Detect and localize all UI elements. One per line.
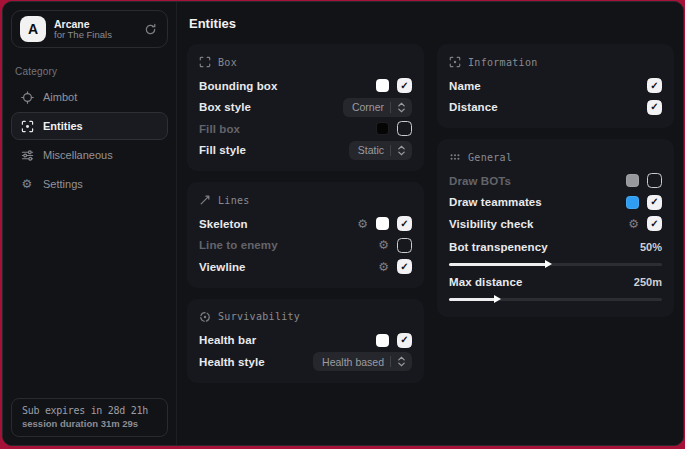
app-window: A Arcane for The Finals Category <box>2 1 684 446</box>
sidebar-item-aimbot[interactable]: Aimbot <box>11 83 168 111</box>
line-to-enemy-settings-gear-icon[interactable]: ⚙ <box>378 239 389 251</box>
bounding-box-checkbox[interactable] <box>397 78 412 93</box>
panel-title: Survivability <box>218 311 300 322</box>
main-content: Entities Box Bounding box <box>177 2 683 445</box>
panel-survivability-header: Survivability <box>199 309 412 323</box>
app-name: Arcane <box>54 18 136 30</box>
health-bar-checkbox[interactable] <box>397 333 412 348</box>
sidebar-nav: Aimbot Entities <box>3 83 176 198</box>
color-swatch[interactable] <box>626 174 639 187</box>
chevron-updown-icon <box>397 102 406 113</box>
sliders-icon <box>20 149 34 162</box>
dropdown-divider <box>390 102 391 113</box>
viewline-checkbox[interactable] <box>397 259 412 274</box>
sidebar-item-entities[interactable]: Entities <box>11 112 168 140</box>
row-label: Distance <box>449 101 647 113</box>
row-label: Line to enemy <box>199 239 378 251</box>
sidebar-item-label: Settings <box>43 178 83 190</box>
viewline-settings-gear-icon[interactable]: ⚙ <box>378 261 389 273</box>
row-label: Max distance <box>449 276 634 288</box>
panel-title: Lines <box>218 195 250 206</box>
row-visibility-check: Visibility check ⚙ <box>449 213 662 235</box>
dropdown-divider <box>390 356 391 367</box>
session-duration: session duration 31m 29s <box>22 418 157 429</box>
scan-dot-icon <box>449 56 461 68</box>
panel-general: General Draw BOTs Draw teammates <box>437 139 674 317</box>
dropdown-divider <box>390 145 391 156</box>
color-swatch[interactable] <box>376 217 389 230</box>
grid-dots-icon <box>449 151 461 163</box>
row-name: Name <box>449 75 662 97</box>
slider-thumb[interactable] <box>545 260 552 268</box>
sidebar-item-label: Miscellaneous <box>43 149 113 161</box>
page-title: Entities <box>187 16 683 31</box>
subscription-expiry: Sub expires in 28d 21h <box>22 405 157 416</box>
skeleton-checkbox[interactable] <box>397 216 412 231</box>
bot-transparency-slider[interactable] <box>449 263 662 266</box>
draw-teammates-checkbox[interactable] <box>647 195 662 210</box>
dropdown-value: Corner <box>352 101 384 113</box>
row-label: Visibility check <box>449 218 628 230</box>
name-checkbox[interactable] <box>647 78 662 93</box>
row-label: Name <box>449 80 647 92</box>
entities-scan-icon <box>20 120 34 133</box>
color-swatch[interactable] <box>376 334 389 347</box>
sync-icon[interactable] <box>144 23 159 36</box>
skeleton-settings-gear-icon[interactable]: ⚙ <box>357 218 368 230</box>
slider-thumb[interactable] <box>494 295 501 303</box>
fill-box-checkbox[interactable] <box>397 121 412 136</box>
fill-style-dropdown[interactable]: Static <box>349 141 412 160</box>
row-fill-style: Fill style Static <box>199 140 412 162</box>
row-health-bar: Health bar <box>199 330 412 352</box>
row-label: Bot transpenency <box>449 241 640 253</box>
max-distance-slider[interactable] <box>449 298 662 301</box>
app-logo: A <box>20 16 46 42</box>
subscription-card: Sub expires in 28d 21h session duration … <box>11 398 168 437</box>
sidebar-spacer <box>3 198 176 390</box>
dropdown-value: Static <box>358 144 384 156</box>
sidebar-item-settings[interactable]: ⚙ Settings <box>11 170 168 198</box>
panel-survivability: Survivability Health bar Health style He… <box>187 299 424 383</box>
row-label: Fill style <box>199 144 349 156</box>
sidebar: A Arcane for The Finals Category <box>3 2 177 445</box>
visibility-settings-gear-icon[interactable]: ⚙ <box>628 218 639 230</box>
diagonal-line-icon <box>199 194 211 206</box>
sidebar-item-label: Aimbot <box>43 91 77 103</box>
chevron-updown-icon <box>397 356 406 367</box>
right-column: Information Name Distance <box>437 44 674 317</box>
bot-transparency-value: 50% <box>640 241 662 253</box>
sidebar-item-label: Entities <box>43 120 83 132</box>
row-draw-teammates: Draw teammates <box>449 192 662 214</box>
distance-checkbox[interactable] <box>647 100 662 115</box>
row-label: Viewline <box>199 261 378 273</box>
row-label: Bounding box <box>199 80 376 92</box>
app-subtitle: for The Finals <box>54 30 136 41</box>
crosshair-icon <box>20 91 34 104</box>
panel-title: Information <box>468 57 538 68</box>
health-style-dropdown[interactable]: Health based <box>313 352 412 371</box>
row-health-style: Health style Health based <box>199 351 412 373</box>
draw-bots-checkbox[interactable] <box>647 173 662 188</box>
left-column: Box Bounding box Box style Corner <box>187 44 424 383</box>
panel-title: General <box>468 152 512 163</box>
row-bounding-box: Bounding box <box>199 75 412 97</box>
visibility-check-checkbox[interactable] <box>647 216 662 231</box>
color-swatch[interactable] <box>376 79 389 92</box>
row-label: Skeleton <box>199 218 357 230</box>
panel-lines: Lines Skeleton ⚙ Line to enemy ⚙ <box>187 182 424 288</box>
row-distance: Distance <box>449 97 662 119</box>
box-style-dropdown[interactable]: Corner <box>343 98 412 117</box>
line-to-enemy-checkbox[interactable] <box>397 238 412 253</box>
logo-card: A Arcane for The Finals <box>11 10 168 48</box>
radar-icon <box>199 311 211 323</box>
color-swatch[interactable] <box>376 122 389 135</box>
sidebar-item-miscellaneous[interactable]: Miscellaneous <box>11 141 168 169</box>
panel-box-header: Box <box>199 54 412 68</box>
color-swatch[interactable] <box>626 196 639 209</box>
row-viewline: Viewline ⚙ <box>199 256 412 278</box>
panel-information: Information Name Distance <box>437 44 674 128</box>
row-box-style: Box style Corner <box>199 97 412 119</box>
row-line-to-enemy: Line to enemy ⚙ <box>199 235 412 257</box>
gear-icon: ⚙ <box>20 178 34 190</box>
max-distance-value: 250m <box>634 276 662 288</box>
